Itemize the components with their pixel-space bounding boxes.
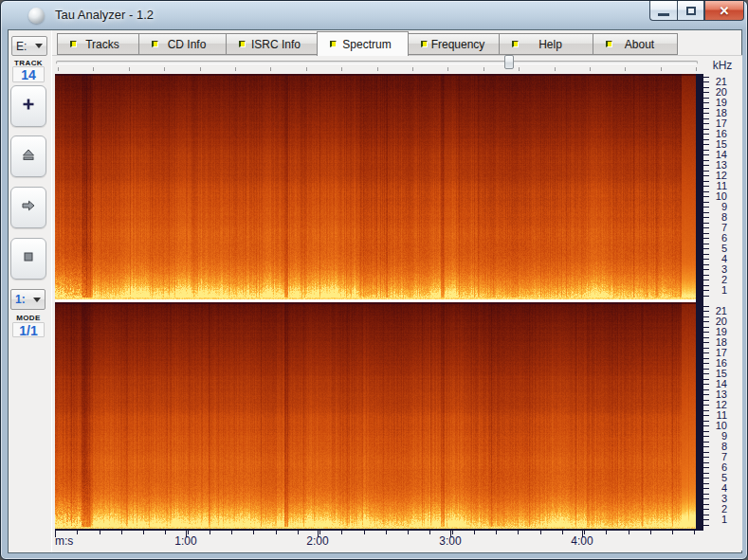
- time-tick: [562, 531, 563, 534]
- slider-tick: [555, 67, 556, 71]
- time-tick: [694, 531, 695, 534]
- slider-tick: [164, 67, 165, 71]
- time-tick: [77, 531, 78, 534]
- slider-tick: [235, 67, 236, 71]
- time-tick: [364, 531, 365, 534]
- slider-tick: [306, 67, 307, 71]
- slider-tick: [447, 67, 448, 71]
- tab-led-icon: [239, 41, 246, 47]
- app-icon: [28, 8, 45, 24]
- time-tick: [210, 531, 210, 534]
- add-button[interactable]: [10, 85, 46, 127]
- tab-frequency[interactable]: Frequency: [408, 33, 500, 55]
- time-minute-label: 2:00: [301, 534, 335, 548]
- time-tick: [143, 531, 144, 534]
- tab-tracks[interactable]: Tracks: [57, 33, 139, 55]
- maximize-icon: [686, 7, 696, 15]
- tab-strip: TracksCD InfoISRC InfoSpectrumFrequencyH…: [57, 33, 678, 55]
- tab-led-icon: [512, 41, 519, 47]
- time-minute-label: 4:00: [565, 534, 599, 548]
- time-tick: [165, 531, 166, 534]
- time-tick: [341, 531, 342, 534]
- play-icon: [20, 197, 37, 218]
- time-tick: [629, 531, 629, 534]
- slider-tick: [696, 67, 697, 71]
- time-tick: [540, 531, 541, 534]
- frequency-tick: [703, 525, 709, 526]
- chevron-down-icon: [33, 298, 41, 302]
- track-number: 14: [12, 66, 45, 82]
- tab-label: Tracks: [77, 38, 138, 51]
- close-icon: ✕: [720, 4, 730, 18]
- drive-select[interactable]: E:: [11, 36, 47, 56]
- tab-led-icon: [70, 41, 77, 47]
- slider-tick: [590, 67, 591, 71]
- slider-tick: [270, 67, 271, 71]
- stop-button[interactable]: [10, 238, 46, 280]
- time-tick: [518, 531, 519, 534]
- tab-isrc-info[interactable]: ISRC Info: [226, 33, 318, 55]
- slider-tick: [625, 67, 626, 71]
- time-tick: [100, 531, 100, 534]
- time-tick: [231, 531, 232, 534]
- tab-label: ISRC Info: [246, 38, 317, 51]
- add-icon: [20, 96, 37, 117]
- frequency-tick: [703, 296, 709, 297]
- time-tick: [496, 531, 497, 534]
- spectrogram-left-channel: [55, 74, 696, 299]
- drive-select-value: E:: [16, 40, 27, 53]
- time-tick: [253, 531, 254, 534]
- close-button[interactable]: ✕: [704, 1, 744, 21]
- tab-cd-info[interactable]: CD Info: [138, 33, 227, 55]
- tab-help[interactable]: Help: [499, 33, 593, 55]
- frequency-label: 1: [706, 514, 727, 525]
- time-tick: [429, 531, 430, 534]
- time-tick: [474, 531, 475, 534]
- time-minute-label: 1:00: [169, 534, 203, 548]
- position-slider-thumb[interactable]: [504, 55, 514, 69]
- tab-about[interactable]: About: [593, 33, 678, 55]
- slider-tick: [129, 67, 130, 71]
- mode-select[interactable]: 1:: [10, 289, 46, 310]
- play-button[interactable]: [10, 187, 46, 228]
- titlebar[interactable]: Tau Analyzer - 1.2 ✕: [1, 1, 747, 29]
- tab-led-icon: [152, 41, 158, 47]
- frequency-label: 1: [706, 284, 727, 296]
- tab-led-icon: [421, 41, 428, 47]
- tab-spectrum[interactable]: Spectrum: [317, 31, 409, 56]
- minimize-icon: [658, 13, 669, 16]
- minimize-button[interactable]: [649, 1, 677, 21]
- frequency-ruler: [696, 74, 703, 529]
- time-tick: [606, 531, 607, 534]
- eject-button[interactable]: [10, 135, 46, 177]
- tab-label: CD Info: [158, 38, 226, 51]
- app-window: Tau Analyzer - 1.2 ✕ E: TRACK 14 1: MODE…: [0, 0, 748, 560]
- spectrogram-right-channel: [55, 302, 696, 529]
- maximize-button[interactable]: [677, 1, 704, 21]
- mode-select-value: 1:: [15, 293, 26, 306]
- position-slider[interactable]: [56, 61, 698, 64]
- slider-tick: [661, 67, 662, 71]
- tab-label: Help: [519, 38, 593, 51]
- time-origin-label: m:s: [55, 534, 73, 548]
- tab-label: Spectrum: [337, 38, 408, 51]
- slider-tick: [200, 67, 201, 71]
- time-tick: [276, 531, 277, 534]
- slider-tick: [412, 67, 413, 71]
- mode-value: 1/1: [12, 322, 45, 337]
- time-tick: [386, 531, 387, 534]
- slider-tick: [483, 67, 484, 71]
- tab-label: About: [612, 38, 677, 51]
- mode-label: MODE: [9, 314, 48, 322]
- chevron-down-icon: [35, 44, 43, 48]
- eject-icon: [20, 146, 37, 167]
- tab-led-icon: [330, 41, 337, 47]
- slider-tick: [377, 67, 378, 71]
- stop-icon: [20, 248, 37, 269]
- frequency-unit-label: kHz: [703, 59, 741, 72]
- time-tick: [650, 531, 651, 534]
- slider-tick: [519, 67, 520, 71]
- window-title: Tau Analyzer - 1.2: [55, 8, 154, 22]
- time-minute-label: 3:00: [433, 534, 467, 548]
- tab-led-icon: [606, 41, 612, 47]
